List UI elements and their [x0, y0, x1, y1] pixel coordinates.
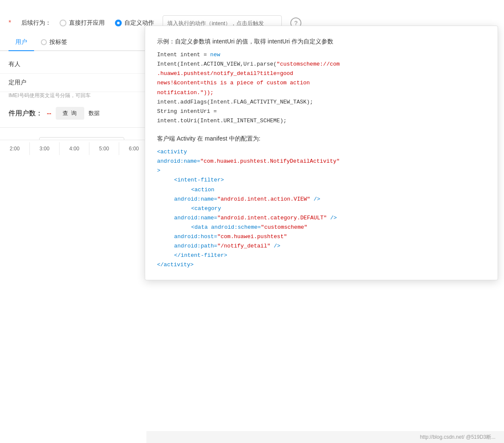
code-line-2: Intent(Intent.ACTION_VIEW,Uri.parse("cus…	[157, 60, 486, 69]
radio-open-app[interactable]: 直接打开应用	[60, 19, 105, 27]
xml-line-7: <category	[191, 204, 486, 213]
code-line-1: Intent intent = new	[157, 50, 486, 60]
code-line-6: intent.addFlags(Intent.FLAG_ACTIVITY_NEW…	[157, 98, 486, 107]
xml-line-3: >	[157, 166, 486, 175]
tab-users-label: 用户	[15, 38, 27, 46]
tab-tags-radio	[41, 39, 47, 45]
query-row: 件用户数： -- 查 询 数据	[0, 103, 149, 124]
watermark: http://blog.csdn.net/ @519D3断...	[146, 431, 504, 443]
xml-line-5: <action	[191, 185, 486, 195]
radio-group: 直接打开应用 自定义动作	[60, 19, 154, 27]
xml-line-4: <intent-filter>	[174, 175, 486, 185]
form-left-panel: 用户 按标签 有人 定用户 IMEI号码使用英文逗号分隔，可回车 件用户数： -…	[0, 34, 149, 157]
code-line-7: String intentUri =	[157, 107, 486, 116]
timeline-5: 5:00	[89, 142, 119, 155]
timeline-2: 2:00	[0, 142, 30, 155]
radio-open-app-circle[interactable]	[60, 20, 66, 26]
xml-line-1: <activity	[157, 147, 486, 157]
xml-line-11: android:path="/notify_detail" />	[174, 242, 486, 251]
imei-note: IMEI号码使用英文逗号分隔，可回车	[0, 92, 149, 103]
code-line-5: notification."));	[157, 88, 486, 98]
xml-line-12: </intent-filter>	[174, 251, 486, 260]
watermark-text: http://blog.csdn.net/ @519D3断...	[420, 434, 495, 441]
code-block-java: Intent intent = new Intent(Intent.ACTION…	[157, 50, 486, 126]
xml-line-10: android:host="com.huawei.pushtest"	[174, 232, 486, 242]
code-block-xml: <activity android:name="com.huawei.pusht…	[157, 147, 486, 270]
code-line-4: news!&content=this is a piece of custom …	[157, 78, 486, 88]
tab-tags[interactable]: 按标签	[34, 34, 74, 50]
required-star: *	[9, 19, 11, 27]
timeline-4: 4:00	[60, 142, 89, 155]
query-button[interactable]: 查 询	[56, 107, 85, 120]
xml-line-2: android:name="com.huawei.pushtest.Notify…	[157, 157, 486, 166]
code-line-8: intent.toUri(Intent.URI_INTENT_SCHEME);	[157, 116, 486, 126]
all-users-label: 有人	[9, 60, 20, 67]
xml-line-13: </activity>	[157, 260, 486, 270]
popup-desc: 示例：自定义参数填 intentUri 的值，取得 intentUri 作为自定…	[157, 36, 486, 47]
radio-open-app-label: 直接打开应用	[69, 19, 105, 27]
dash-text: --	[47, 109, 52, 117]
popup-section2-desc: 客户端 Activity 在 manifest 中的配置为:	[157, 133, 486, 144]
custom-users-label: 定用户	[9, 79, 26, 86]
custom-users-item: 定用户	[0, 74, 149, 92]
xml-line-9: <data android:scheme="customscheme"	[191, 223, 486, 232]
code-popup: 示例：自定义参数填 intentUri 的值，取得 intentUri 作为自定…	[145, 26, 498, 280]
radio-custom-action-circle[interactable]	[115, 20, 122, 26]
data-label: 数据	[89, 109, 100, 117]
xml-line-8: android:name="android.intent.category.DE…	[174, 213, 486, 223]
tab-users[interactable]: 用户	[9, 34, 34, 51]
xml-line-6: android:name="android.intent.action.VIEW…	[174, 195, 486, 204]
follow-action-label: 后续行为：	[21, 19, 51, 27]
timeline-3: 3:00	[30, 142, 60, 155]
tab-row: 用户 按标签	[0, 34, 149, 51]
code-line-3: .huawei.pushtest/notify_detail?title=goo…	[157, 69, 486, 78]
timeline: 2:00 3:00 4:00 5:00 6:00	[0, 140, 149, 157]
all-users-item: 有人	[0, 55, 149, 74]
condition-users-label: 件用户数：	[9, 109, 43, 118]
tab-tags-label: 按标签	[49, 38, 67, 46]
